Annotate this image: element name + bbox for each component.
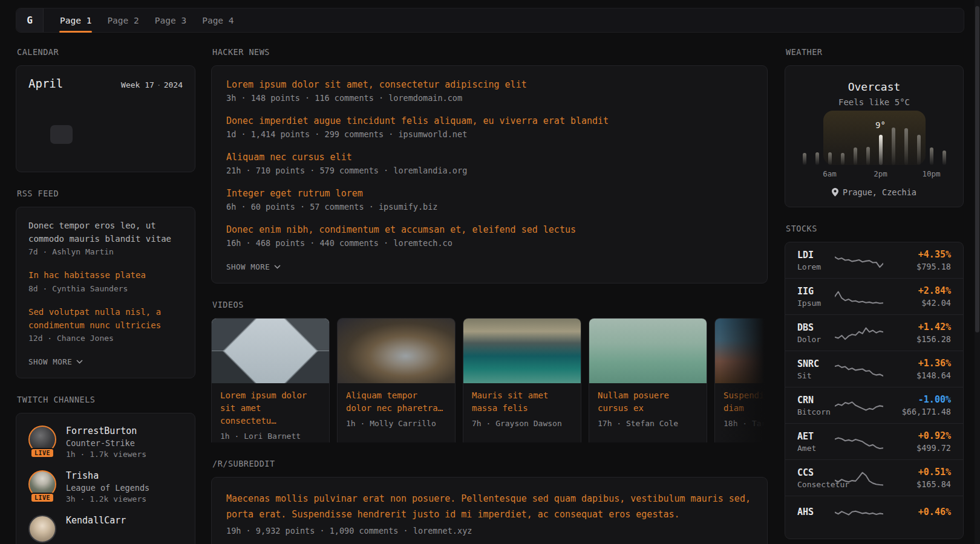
top-navbar: G Page 1Page 2Page 3Page 4 <box>16 8 964 33</box>
time-axis-label: 10pm <box>922 169 940 178</box>
nav-tab[interactable]: Page 3 <box>147 8 194 32</box>
stock-symbol: DBS <box>797 322 835 333</box>
calendar-year: 2024 <box>164 80 183 89</box>
page-scrollbar[interactable] <box>975 0 980 544</box>
rss-item[interactable]: In hac habitasse platea 8d · Cynthia Sau… <box>28 269 183 293</box>
rss-item-title: Donec tempor eros leo, ut commodo mauris… <box>28 219 183 245</box>
nav-tab[interactable]: Page 2 <box>99 8 146 32</box>
video-card[interactable]: Suspendisse diam 18h · Tara <box>714 318 768 442</box>
calendar-day <box>73 144 94 163</box>
stock-name: Ipsum <box>797 299 835 308</box>
weather-location: Prague, Czechia <box>797 187 951 197</box>
channel-meta: 3h · 1.2k viewers <box>66 494 149 504</box>
stock-row[interactable]: AET Amet +0.92% $499.72 <box>785 423 963 459</box>
twitch-channel[interactable]: LIVE ForrestBurton Counter-Strike 1h · 1… <box>28 426 183 459</box>
weather-bar <box>866 147 870 165</box>
calendar-day <box>94 144 116 163</box>
calendar-day <box>139 125 160 144</box>
channel-game: League of Legends <box>66 483 149 493</box>
stock-name: Bitcorn <box>797 407 835 416</box>
stock-change: -1.00% <box>893 394 951 405</box>
video-card[interactable]: Nullam posuere cursus ex 17h · Stefan Co… <box>589 318 707 442</box>
video-card[interactable]: Aliquam tempor dolor nec pharetra… 1h · … <box>337 318 456 442</box>
stock-row[interactable]: DBS Dolor +1.42% $156.28 <box>785 314 963 351</box>
stock-symbol: CRN <box>797 395 835 406</box>
calendar-week: Week 17 <box>121 80 154 89</box>
rss-item-meta: 12d · Chance Jones <box>28 334 183 343</box>
video-meta: 1h · Molly Carrillo <box>346 419 446 428</box>
video-card[interactable]: Mauris sit amet massa felis 7h · Grayson… <box>463 318 581 442</box>
calendar-day <box>117 106 139 125</box>
stock-sparkline <box>835 468 883 488</box>
rss-item-title: Sed volutpat nulla nisl, a condimentum n… <box>28 306 183 332</box>
stock-row[interactable]: CRN Bitcorn -1.00% $66,171.48 <box>785 387 963 423</box>
rss-item-title: In hac habitasse platea <box>28 269 183 282</box>
weather-bar <box>904 128 908 165</box>
video-title: Mauris sit amet massa felis <box>472 389 572 415</box>
twitch-channel[interactable]: LIVE KendallCarr <box>28 515 183 543</box>
hackernews-show-more-button[interactable]: SHOW MORE <box>226 262 281 271</box>
nav-tab-label: Page 1 <box>60 16 91 25</box>
stock-change: +2.84% <box>893 285 951 296</box>
video-thumbnail <box>463 319 581 383</box>
weather-card: Overcast Feels like 5°C 9° 6am2pm10pm Pr… <box>785 65 964 207</box>
hackernews-item[interactable]: Donec imperdiet augue tincidunt felis al… <box>226 115 753 139</box>
videos-heading: VIDEOS <box>212 300 768 309</box>
stock-sparkline <box>835 396 883 415</box>
twitch-channel[interactable]: LIVE Trisha League of Legends 3h · 1.2k … <box>28 470 183 504</box>
rss-item[interactable]: Sed volutpat nulla nisl, a condimentum n… <box>28 306 183 343</box>
stock-row[interactable]: LDI Lorem +4.35% $795.18 <box>785 242 963 278</box>
stock-row[interactable]: SNRC Sit +1.36% $148.64 <box>785 351 963 387</box>
weather-location-label: Prague, Czechia <box>843 187 916 197</box>
calendar-day <box>139 144 160 163</box>
stock-row[interactable]: CCS Consectetur +0.51% $165.84 <box>785 459 963 496</box>
video-thumbnail <box>212 319 329 383</box>
video-title: Lorem ipsum dolor sit amet consectetu… <box>220 389 321 427</box>
stock-price: $795.18 <box>893 262 951 271</box>
dot-separator: · <box>154 80 164 89</box>
weather-bar <box>930 147 933 165</box>
weekday-label <box>50 97 72 106</box>
video-card[interactable]: Lorem ipsum dolor sit amet consectetu… 1… <box>211 318 330 442</box>
live-badge: LIVE <box>30 493 54 503</box>
hackernews-item-title: Donec imperdiet augue tincidunt felis al… <box>226 115 753 126</box>
weather-bar <box>828 152 832 165</box>
hackernews-item[interactable]: Lorem ipsum dolor sit amet, consectetur … <box>226 79 753 103</box>
rss-item-meta: 7d · Ashlyn Martin <box>28 247 183 256</box>
weather-bar <box>854 147 857 165</box>
calendar-day <box>28 106 50 125</box>
calendar-day <box>117 125 139 144</box>
hackernews-item-title: Integer eget rutrum lorem <box>226 188 753 199</box>
nav-tab[interactable]: Page 4 <box>194 8 241 32</box>
calendar-day <box>139 106 160 125</box>
nav-tab[interactable]: Page 1 <box>52 8 99 32</box>
hackernews-item-meta: 21h · 710 points · 579 comments · loreml… <box>226 166 753 175</box>
subreddit-widget: /R/SUBREDDIT Maecenas mollis pulvinar er… <box>211 459 768 544</box>
video-title: Suspendisse diam <box>724 389 768 415</box>
weather-bar <box>892 128 895 165</box>
subreddit-post-title[interactable]: Maecenas mollis pulvinar erat non posuer… <box>226 491 753 523</box>
stock-name: Dolor <box>797 335 835 344</box>
video-title: Nullam posuere cursus ex <box>598 389 698 415</box>
calendar-day <box>28 144 50 163</box>
app-logo[interactable]: G <box>16 8 44 32</box>
stock-row[interactable]: AHS +0.46% <box>785 496 963 529</box>
hackernews-item[interactable]: Donec enim nibh, condimentum et accumsan… <box>226 224 753 248</box>
dashboard-grid: CALENDAR April Week 17·2024 RSS FEED <box>16 47 964 544</box>
stock-sparkline <box>835 251 883 270</box>
hackernews-item-title: Donec enim nibh, condimentum et accumsan… <box>226 224 753 235</box>
rss-item[interactable]: Donec tempor eros leo, ut commodo mauris… <box>28 219 183 256</box>
hackernews-item[interactable]: Integer eget rutrum lorem 6h · 60 points… <box>226 188 753 212</box>
rss-show-more-button[interactable]: SHOW MORE <box>28 357 83 366</box>
weather-bar <box>879 135 883 165</box>
stock-sparkline <box>835 360 883 379</box>
stock-row[interactable]: IIG Ipsum +2.84% $42.04 <box>785 278 963 314</box>
stock-sparkline <box>835 287 883 306</box>
hackernews-item-title: Aliquam nec cursus elit <box>226 152 753 163</box>
calendar-day <box>161 125 183 144</box>
scrollbar-thumb[interactable] <box>975 6 979 332</box>
hackernews-item[interactable]: Aliquam nec cursus elit 21h · 710 points… <box>226 152 753 175</box>
rss-widget: RSS FEED Donec tempor eros leo, ut commo… <box>16 189 195 378</box>
stock-sparkline <box>835 323 883 343</box>
stock-change: +1.36% <box>893 358 951 369</box>
